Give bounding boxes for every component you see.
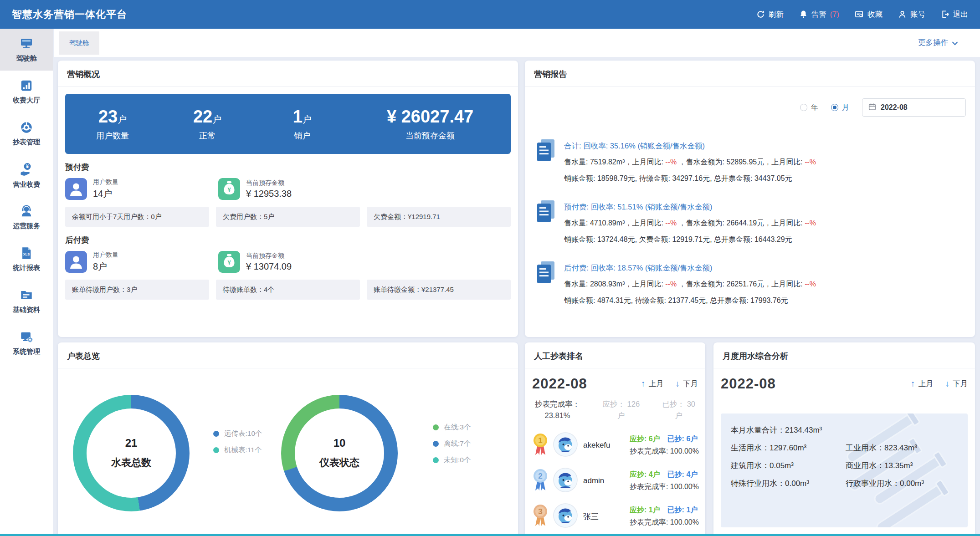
topbar-actions: 刷新 告警 (7) 收藏 账号 退出 <box>756 10 968 20</box>
calendar-icon <box>868 103 876 112</box>
user-count-icon <box>65 178 87 200</box>
legend-dot <box>213 431 219 437</box>
legend-dot <box>433 457 439 463</box>
prepaid-stat-arrears-users: 欠费用户数：5户 <box>216 207 360 227</box>
usage-industrial: 工业用水：823.43m³ <box>846 443 917 453</box>
radio-month[interactable]: 月 <box>831 103 849 112</box>
refresh-button[interactable]: 刷新 <box>756 10 784 20</box>
completion-rate: 抄表完成率： 23.81% <box>535 398 580 421</box>
done-stat: 已抄: 1户 <box>667 505 698 515</box>
sidebar-item-business-charge[interactable]: ¥ 营业收费 <box>0 154 53 196</box>
app-title: 智慧水务营销一体化平台 <box>12 8 127 21</box>
meter-reading-ranking-panel: 人工抄表排名 2022-08 ↑上月 ↓下月 抄表完成率： 23.81% 应抄：… <box>525 342 705 536</box>
report-heading: 后付费: 回收率: 18.57% (销账金额/售水金额) <box>564 260 816 276</box>
avatar <box>553 432 578 459</box>
next-month-button[interactable]: ↓下月 <box>945 379 968 389</box>
svg-text:XLS: XLS <box>23 252 30 256</box>
report-line2: 售水量: 7519.82m³，上月同比: --% ，售水金额为: 52895.9… <box>564 154 816 170</box>
account-button[interactable]: 账号 <box>898 10 925 20</box>
monthly-period: 2022-08 <box>721 376 776 392</box>
monitor-icon <box>19 37 34 51</box>
postpaid-stat-unpaid-amount: 账单待缴金额：¥21377.45 <box>367 280 511 300</box>
legend-item: 在线:3个 <box>433 423 471 432</box>
report-line3: 销账金额: 13724.48元, 欠费金额: 12919.71元, 总开票金额:… <box>564 231 816 248</box>
tab-cockpit[interactable]: 驾驶舱 <box>59 31 99 55</box>
steering-wheel-icon <box>20 121 33 134</box>
bottom-accent-strip <box>0 534 980 536</box>
usage-administrative: 行政事业用水：0.00m³ <box>846 478 924 489</box>
arrow-down-icon: ↓ <box>676 379 680 389</box>
legend-item: 离线:7个 <box>433 439 471 449</box>
sidebar-item-system-mgmt[interactable]: 系统管理 <box>0 322 53 364</box>
legend-dot <box>213 447 219 453</box>
prev-month-button[interactable]: ↑上月 <box>641 379 664 389</box>
water-meter-legend: 远传表:10个 机械表:11个 <box>213 429 262 455</box>
donut-center-label: 仪表状态 <box>319 456 359 470</box>
report-heading: 合计: 回收率: 35.16% (销账金额/售水金额) <box>564 138 816 154</box>
report-item-postpaid: 后付费: 回收率: 18.57% (销账金额/售水金额) 售水量: 2808.9… <box>525 260 975 309</box>
postpaid-stat-unpaid-users: 账单待缴用户数：3户 <box>65 280 209 300</box>
collection-card-icon <box>855 10 864 19</box>
summary-banner: 23户 用户数量 22户 正常 1户 销户 ¥ 26027.47 当前预存金额 <box>65 94 511 154</box>
report-item-prepaid: 预付费: 回收率: 51.51% (销账金额/售水金额) 售水量: 4710.8… <box>525 199 975 248</box>
report-doc-icon <box>535 199 557 248</box>
month-picker-input[interactable]: 2022-08 <box>862 98 966 117</box>
report-doc-icon <box>535 138 557 187</box>
donut-center-value: 21 <box>125 437 138 449</box>
silver-medal-icon: 2 <box>531 468 549 494</box>
usage-domestic: 生活用水：1297.60m³ <box>731 443 846 453</box>
sidebar-item-cockpit[interactable]: 驾驶舱 <box>0 29 53 71</box>
sidebar-item-operation-service[interactable]: 运营服务 <box>0 196 53 238</box>
report-line3: 销账金额: 18598.79元, 待缴金额: 34297.16元, 总开票金额:… <box>564 170 816 187</box>
refresh-icon <box>756 10 765 19</box>
arrow-down-icon: ↓ <box>945 379 950 389</box>
dashboard-page: 智慧水务营销一体化平台 刷新 告警 (7) 收藏 账号 退出 <box>0 0 980 536</box>
avatar <box>553 468 578 494</box>
logout-button[interactable]: 退出 <box>941 10 968 20</box>
radio-circle <box>831 104 838 111</box>
monthly-total: 本月水量合计：2134.43m³ <box>731 425 822 435</box>
radio-circle <box>800 104 807 111</box>
top-bar: 智慧水务营销一体化平台 刷新 告警 (7) 收藏 账号 退出 <box>0 0 980 29</box>
legend-item: 未知:0个 <box>433 455 471 465</box>
sidebar-item-meter-reading[interactable]: 抄表管理 <box>0 112 53 154</box>
radio-year[interactable]: 年 <box>800 103 818 112</box>
arrow-up-icon: ↑ <box>911 379 915 389</box>
banner-stat-total-users: 23户 用户数量 <box>65 107 160 141</box>
avatar <box>553 503 578 530</box>
rate-stat: 抄表完成率: 100.00% <box>630 447 699 456</box>
panel-title: 户表总览 <box>58 342 518 368</box>
postpaid-stat-unpaid-bills: 待缴账单数：4个 <box>216 280 360 300</box>
sidebar-item-basic-data[interactable]: 基础资料 <box>0 280 53 322</box>
reader-name: akekefu <box>583 441 623 450</box>
postpaid-section-title: 后付费 <box>65 235 511 245</box>
sidebar-item-stats-report[interactable]: XLS 统计报表 <box>0 238 53 280</box>
rate-stat: 抄表完成率: 100.00% <box>630 482 699 492</box>
report-item-total: 合计: 回收率: 35.16% (销账金额/售水金额) 售水量: 7519.82… <box>525 138 975 187</box>
favorite-button[interactable]: 收藏 <box>855 10 883 20</box>
money-bag-icon: ¥ <box>218 251 240 273</box>
banner-stat-deposit: ¥ 26027.47 当前预存金额 <box>349 107 511 141</box>
ranking-summary: 抄表完成率： 23.81% 应抄： 126 户 已抄： 30 户 <box>525 398 705 421</box>
prev-month-button[interactable]: ↑上月 <box>911 379 934 389</box>
due-count: 应抄： 126 户 <box>602 398 640 421</box>
prepaid-user-card: 用户数量 14户 <box>65 178 218 200</box>
alarm-button[interactable]: 告警 (7) <box>799 10 839 20</box>
usage-construction: 建筑用水：0.05m³ <box>731 460 846 471</box>
legend-item: 机械表:11个 <box>213 445 262 455</box>
sidebar-item-fee-hall[interactable]: 收费大厅 <box>0 71 53 112</box>
bronze-medal-icon: 3 <box>531 503 549 530</box>
alarm-count-badge: (7) <box>830 10 839 19</box>
water-meter-donut-chart: 21 水表总数 <box>73 395 190 511</box>
meter-status-legend: 在线:3个 离线:7个 未知:0个 <box>433 423 471 465</box>
svg-text:1: 1 <box>538 436 542 445</box>
meter-overview-panel: 户表总览 21 水表总数 远传表:10个 机械表:11个 10 仪表状态 在线:… <box>58 342 518 536</box>
folder-icon <box>20 288 33 302</box>
postpaid-deposit-card: ¥ 当前预存金额 ¥ 13074.09 <box>218 251 371 273</box>
prepaid-stat-low-balance: 余额可用小于7天用户数：0户 <box>65 207 209 227</box>
report-line2: 售水量: 2808.93m³，上月同比: --% ，售水金额为: 26251.7… <box>564 276 816 292</box>
done-stat: 已抄: 6户 <box>667 434 698 444</box>
more-actions-dropdown[interactable]: 更多操作 <box>918 38 958 48</box>
next-month-button[interactable]: ↓下月 <box>676 379 698 389</box>
chevron-down-icon <box>952 39 958 47</box>
